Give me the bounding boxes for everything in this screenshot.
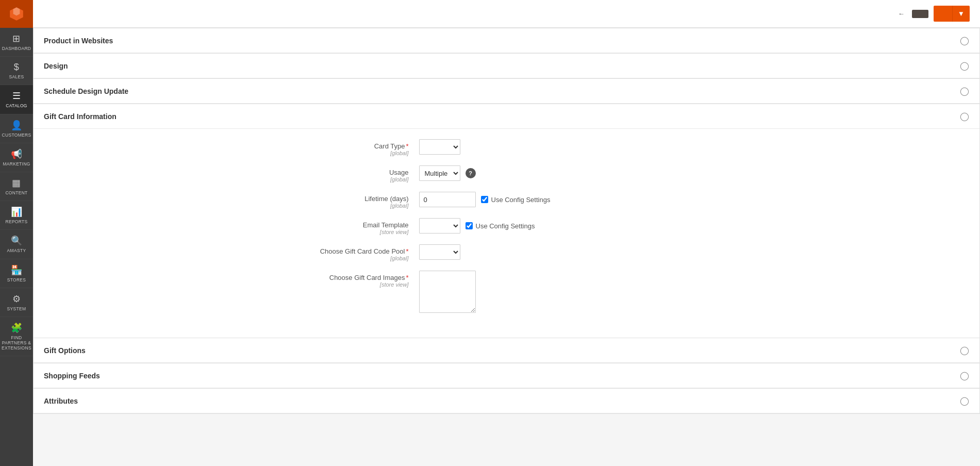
required-star: * [406, 142, 408, 150]
section-title-attributes: Attributes [44, 397, 78, 405]
checkbox-label-email-template[interactable]: Use Config Settings [466, 222, 535, 230]
sidebar-item-content[interactable]: ▦ CONTENT [0, 172, 33, 201]
sidebar-label-stores: STORES [7, 277, 26, 282]
sidebar-label-sales: SALES [9, 74, 24, 79]
save-dropdown-button[interactable]: ▼ [952, 6, 970, 22]
checkbox-lifetime[interactable] [481, 196, 488, 203]
content-area: Product in Websites ◯ Design ◯ Schedule … [33, 28, 980, 466]
sidebar-label-catalog: CATALOG [6, 103, 27, 108]
dashboard-icon: ⊞ [12, 33, 20, 44]
section-gift-options: Gift Options ◯ [33, 338, 980, 363]
label-col-gift-card-images: Choose Gift Card Images*[store view] [275, 271, 419, 288]
sidebar-label-dashboard: DASHBOARD [2, 46, 31, 51]
section-shopping-feeds: Shopping Feeds ◯ [33, 363, 980, 389]
control-col-card-type [419, 139, 739, 155]
chevron-down-icon: ▼ [958, 10, 965, 18]
section-header-gift-options[interactable]: Gift Options ◯ [34, 338, 979, 363]
input-lifetime[interactable] [419, 192, 476, 207]
save-button-group: ▼ [934, 6, 970, 22]
header: ← ▼ [33, 0, 980, 28]
label-gift-card-images: Choose Gift Card Images*[store view] [275, 274, 409, 288]
section-header-attributes[interactable]: Attributes ◯ [34, 389, 979, 413]
find-partners-icon: 🧩 [11, 322, 22, 334]
section-toggle-shopping-feeds: ◯ [960, 371, 969, 380]
scope-usage: [global] [275, 176, 409, 182]
label-lifetime: Lifetime (days)[global] [275, 195, 409, 209]
scope-lifetime: [global] [275, 203, 409, 209]
control-col-email-template: Use Config Settings [419, 218, 739, 234]
select-email-template[interactable] [419, 218, 460, 234]
reports-icon: 📊 [11, 206, 22, 218]
label-col-email-template: Email Template[store view] [275, 218, 419, 235]
section-toggle-attributes: ◯ [960, 396, 969, 406]
sidebar-item-stores[interactable]: 🏪 STORES [0, 259, 33, 288]
section-title-product-in-websites: Product in Websites [44, 37, 113, 45]
form-row-lifetime: Lifetime (days)[global]Use Config Settin… [275, 192, 739, 209]
label-gift-card-code-pool: Choose Gift Card Code Pool*[global] [275, 247, 409, 261]
sidebar-item-marketing[interactable]: 📢 MARKETING [0, 143, 33, 172]
checkbox-text-lifetime: Use Config Settings [491, 196, 551, 204]
sidebar-label-reports: REPORTS [5, 219, 27, 224]
section-title-shopping-feeds: Shopping Feeds [44, 372, 100, 380]
required-star: * [406, 247, 408, 255]
section-toggle-product-in-websites: ◯ [960, 36, 969, 45]
checkbox-email-template[interactable] [466, 222, 473, 229]
textarea-gift-card-images[interactable] [419, 271, 476, 313]
sidebar-item-sales[interactable]: $ SALES [0, 57, 33, 85]
save-button[interactable] [934, 6, 952, 22]
sales-icon: $ [14, 62, 19, 73]
select-gift-card-code-pool[interactable] [419, 244, 460, 260]
section-header-shopping-feeds[interactable]: Shopping Feeds ◯ [34, 363, 979, 388]
section-title-gift-options: Gift Options [44, 346, 86, 355]
section-title-design: Design [44, 62, 68, 70]
checkbox-text-email-template: Use Config Settings [476, 222, 535, 230]
form-row-usage: Usage[global]Multiple? [275, 165, 739, 182]
label-col-lifetime: Lifetime (days)[global] [275, 192, 419, 209]
section-toggle-gift-card-information: ◯ [960, 111, 969, 121]
scope-gift-card-code-pool: [global] [275, 255, 409, 261]
sidebar-item-amasty[interactable]: 🔍 AMASTY [0, 230, 33, 259]
select-usage[interactable]: Multiple [419, 165, 460, 181]
sidebar-item-system[interactable]: ⚙ SYSTEM [0, 288, 33, 317]
form-row-email-template: Email Template[store view]Use Config Set… [275, 218, 739, 235]
scope-gift-card-images: [store view] [275, 281, 409, 288]
section-title-gift-card-information: Gift Card Information [44, 112, 117, 121]
content-icon: ▦ [12, 177, 21, 189]
section-toggle-design: ◯ [960, 61, 969, 71]
sidebar-label-customers: CUSTOMERS [2, 132, 31, 138]
sidebar-item-catalog[interactable]: ☰ CATALOG [0, 85, 33, 114]
sidebar-item-dashboard[interactable]: ⊞ DASHBOARD [0, 28, 33, 57]
add-attribute-button[interactable] [912, 10, 928, 18]
form-row-gift-card-images: Choose Gift Card Images*[store view] [275, 271, 739, 313]
scope-card-type: [global] [275, 150, 409, 156]
section-attributes: Attributes ◯ [33, 389, 980, 414]
section-header-gift-card-information[interactable]: Gift Card Information ◯ [34, 104, 979, 129]
checkbox-label-lifetime[interactable]: Use Config Settings [481, 196, 551, 204]
sidebar-logo[interactable] [0, 0, 33, 28]
stores-icon: 🏪 [11, 264, 22, 276]
label-card-type: Card Type*[global] [275, 142, 409, 156]
catalog-icon: ☰ [12, 90, 21, 102]
back-button[interactable]: ← [898, 10, 907, 18]
amasty-icon: 🔍 [11, 235, 22, 246]
help-icon-usage[interactable]: ? [466, 168, 476, 178]
section-gift-card-information: Gift Card Information ◯ Card Type*[globa… [33, 104, 980, 338]
section-header-design[interactable]: Design ◯ [34, 54, 979, 78]
select-card-type[interactable] [419, 139, 460, 155]
required-star: * [406, 274, 408, 281]
sidebar-item-reports[interactable]: 📊 REPORTS [0, 201, 33, 230]
sidebar-label-marketing: MARKETING [3, 161, 30, 167]
sidebar-item-find-partners[interactable]: 🧩 FIND PARTNERS & EXTENSIONS [0, 317, 33, 357]
section-body-gift-card-information: Card Type*[global]Usage[global]Multiple?… [34, 129, 979, 338]
marketing-icon: 📢 [11, 148, 22, 160]
section-header-product-in-websites[interactable]: Product in Websites ◯ [34, 28, 979, 53]
label-col-card-type: Card Type*[global] [275, 139, 419, 156]
sidebar-label-content: CONTENT [5, 190, 27, 195]
sidebar-label-system: SYSTEM [7, 306, 26, 311]
section-header-schedule-design-update[interactable]: Schedule Design Update ◯ [34, 79, 979, 104]
header-actions: ← ▼ [898, 6, 970, 22]
form-row-gift-card-code-pool: Choose Gift Card Code Pool*[global] [275, 244, 739, 261]
label-col-gift-card-code-pool: Choose Gift Card Code Pool*[global] [275, 244, 419, 261]
sidebar-item-customers[interactable]: 👤 CUSTOMERS [0, 114, 33, 143]
back-arrow-icon: ← [898, 10, 905, 18]
